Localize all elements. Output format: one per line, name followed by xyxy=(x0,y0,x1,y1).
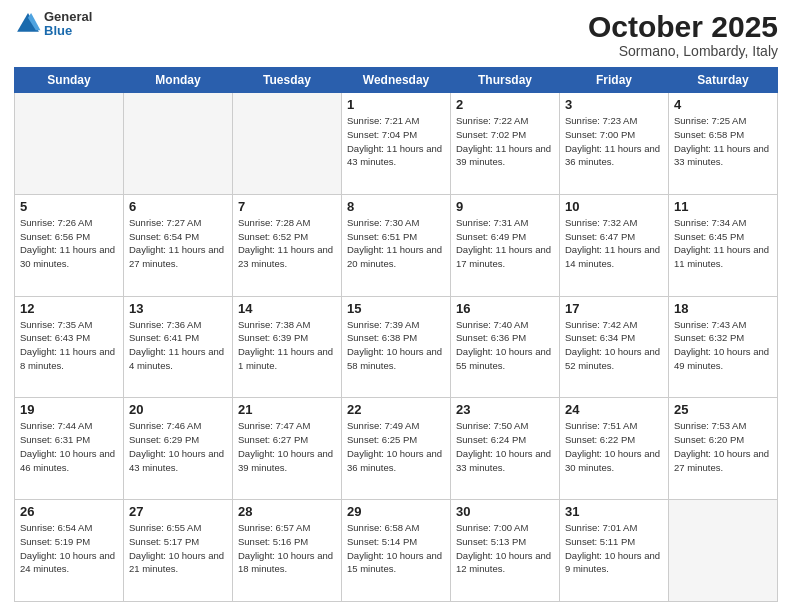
logo-text: General Blue xyxy=(44,10,92,39)
header-friday: Friday xyxy=(560,68,669,93)
day-number: 21 xyxy=(238,402,336,417)
calendar-title: October 2025 xyxy=(588,10,778,43)
day-number: 16 xyxy=(456,301,554,316)
day-info: Sunrise: 7:50 AM Sunset: 6:24 PM Dayligh… xyxy=(456,419,554,474)
day-number: 29 xyxy=(347,504,445,519)
day-info: Sunrise: 7:47 AM Sunset: 6:27 PM Dayligh… xyxy=(238,419,336,474)
day-info: Sunrise: 7:22 AM Sunset: 7:02 PM Dayligh… xyxy=(456,114,554,169)
day-info: Sunrise: 7:39 AM Sunset: 6:38 PM Dayligh… xyxy=(347,318,445,373)
calendar-cell: 25Sunrise: 7:53 AM Sunset: 6:20 PM Dayli… xyxy=(669,398,778,500)
day-number: 5 xyxy=(20,199,118,214)
calendar-cell: 20Sunrise: 7:46 AM Sunset: 6:29 PM Dayli… xyxy=(124,398,233,500)
calendar-cell: 11Sunrise: 7:34 AM Sunset: 6:45 PM Dayli… xyxy=(669,194,778,296)
calendar-cell: 3Sunrise: 7:23 AM Sunset: 7:00 PM Daylig… xyxy=(560,93,669,195)
calendar-cell: 22Sunrise: 7:49 AM Sunset: 6:25 PM Dayli… xyxy=(342,398,451,500)
day-number: 19 xyxy=(20,402,118,417)
calendar-cell xyxy=(233,93,342,195)
day-number: 30 xyxy=(456,504,554,519)
day-number: 13 xyxy=(129,301,227,316)
calendar-cell: 12Sunrise: 7:35 AM Sunset: 6:43 PM Dayli… xyxy=(15,296,124,398)
day-number: 25 xyxy=(674,402,772,417)
day-number: 31 xyxy=(565,504,663,519)
day-info: Sunrise: 7:21 AM Sunset: 7:04 PM Dayligh… xyxy=(347,114,445,169)
calendar-cell: 7Sunrise: 7:28 AM Sunset: 6:52 PM Daylig… xyxy=(233,194,342,296)
day-info: Sunrise: 7:40 AM Sunset: 6:36 PM Dayligh… xyxy=(456,318,554,373)
day-number: 11 xyxy=(674,199,772,214)
calendar-cell xyxy=(124,93,233,195)
day-number: 6 xyxy=(129,199,227,214)
calendar-cell: 29Sunrise: 6:58 AM Sunset: 5:14 PM Dayli… xyxy=(342,500,451,602)
day-number: 28 xyxy=(238,504,336,519)
day-info: Sunrise: 7:31 AM Sunset: 6:49 PM Dayligh… xyxy=(456,216,554,271)
week-row-2: 5Sunrise: 7:26 AM Sunset: 6:56 PM Daylig… xyxy=(15,194,778,296)
day-info: Sunrise: 7:23 AM Sunset: 7:00 PM Dayligh… xyxy=(565,114,663,169)
day-number: 27 xyxy=(129,504,227,519)
day-number: 17 xyxy=(565,301,663,316)
weekday-header-row: Sunday Monday Tuesday Wednesday Thursday… xyxy=(15,68,778,93)
calendar-cell xyxy=(669,500,778,602)
calendar-cell: 17Sunrise: 7:42 AM Sunset: 6:34 PM Dayli… xyxy=(560,296,669,398)
calendar-cell: 19Sunrise: 7:44 AM Sunset: 6:31 PM Dayli… xyxy=(15,398,124,500)
calendar-cell: 14Sunrise: 7:38 AM Sunset: 6:39 PM Dayli… xyxy=(233,296,342,398)
day-number: 14 xyxy=(238,301,336,316)
header-monday: Monday xyxy=(124,68,233,93)
header-tuesday: Tuesday xyxy=(233,68,342,93)
day-info: Sunrise: 7:36 AM Sunset: 6:41 PM Dayligh… xyxy=(129,318,227,373)
logo-icon xyxy=(14,10,42,38)
calendar-cell: 9Sunrise: 7:31 AM Sunset: 6:49 PM Daylig… xyxy=(451,194,560,296)
calendar-cell: 1Sunrise: 7:21 AM Sunset: 7:04 PM Daylig… xyxy=(342,93,451,195)
day-info: Sunrise: 7:51 AM Sunset: 6:22 PM Dayligh… xyxy=(565,419,663,474)
calendar-location: Sormano, Lombardy, Italy xyxy=(588,43,778,59)
day-number: 18 xyxy=(674,301,772,316)
day-info: Sunrise: 7:42 AM Sunset: 6:34 PM Dayligh… xyxy=(565,318,663,373)
day-info: Sunrise: 7:53 AM Sunset: 6:20 PM Dayligh… xyxy=(674,419,772,474)
day-number: 12 xyxy=(20,301,118,316)
day-number: 1 xyxy=(347,97,445,112)
day-number: 3 xyxy=(565,97,663,112)
day-info: Sunrise: 7:35 AM Sunset: 6:43 PM Dayligh… xyxy=(20,318,118,373)
calendar-cell: 30Sunrise: 7:00 AM Sunset: 5:13 PM Dayli… xyxy=(451,500,560,602)
day-number: 15 xyxy=(347,301,445,316)
day-number: 26 xyxy=(20,504,118,519)
week-row-1: 1Sunrise: 7:21 AM Sunset: 7:04 PM Daylig… xyxy=(15,93,778,195)
day-number: 23 xyxy=(456,402,554,417)
day-info: Sunrise: 7:01 AM Sunset: 5:11 PM Dayligh… xyxy=(565,521,663,576)
calendar-cell: 16Sunrise: 7:40 AM Sunset: 6:36 PM Dayli… xyxy=(451,296,560,398)
calendar-cell: 24Sunrise: 7:51 AM Sunset: 6:22 PM Dayli… xyxy=(560,398,669,500)
logo-general-text: General xyxy=(44,10,92,24)
day-info: Sunrise: 7:44 AM Sunset: 6:31 PM Dayligh… xyxy=(20,419,118,474)
calendar-cell: 5Sunrise: 7:26 AM Sunset: 6:56 PM Daylig… xyxy=(15,194,124,296)
day-number: 24 xyxy=(565,402,663,417)
calendar-cell: 21Sunrise: 7:47 AM Sunset: 6:27 PM Dayli… xyxy=(233,398,342,500)
day-info: Sunrise: 7:46 AM Sunset: 6:29 PM Dayligh… xyxy=(129,419,227,474)
header-sunday: Sunday xyxy=(15,68,124,93)
calendar-cell: 28Sunrise: 6:57 AM Sunset: 5:16 PM Dayli… xyxy=(233,500,342,602)
calendar-cell: 15Sunrise: 7:39 AM Sunset: 6:38 PM Dayli… xyxy=(342,296,451,398)
page: General Blue October 2025 Sormano, Lomba… xyxy=(0,0,792,612)
day-info: Sunrise: 7:49 AM Sunset: 6:25 PM Dayligh… xyxy=(347,419,445,474)
day-info: Sunrise: 7:38 AM Sunset: 6:39 PM Dayligh… xyxy=(238,318,336,373)
header-saturday: Saturday xyxy=(669,68,778,93)
logo-blue-text: Blue xyxy=(44,24,92,38)
calendar-cell: 2Sunrise: 7:22 AM Sunset: 7:02 PM Daylig… xyxy=(451,93,560,195)
week-row-5: 26Sunrise: 6:54 AM Sunset: 5:19 PM Dayli… xyxy=(15,500,778,602)
day-number: 7 xyxy=(238,199,336,214)
calendar-cell: 4Sunrise: 7:25 AM Sunset: 6:58 PM Daylig… xyxy=(669,93,778,195)
day-info: Sunrise: 6:58 AM Sunset: 5:14 PM Dayligh… xyxy=(347,521,445,576)
day-info: Sunrise: 7:00 AM Sunset: 5:13 PM Dayligh… xyxy=(456,521,554,576)
calendar-cell: 18Sunrise: 7:43 AM Sunset: 6:32 PM Dayli… xyxy=(669,296,778,398)
day-info: Sunrise: 7:34 AM Sunset: 6:45 PM Dayligh… xyxy=(674,216,772,271)
day-number: 9 xyxy=(456,199,554,214)
title-block: October 2025 Sormano, Lombardy, Italy xyxy=(588,10,778,59)
calendar-cell xyxy=(15,93,124,195)
day-info: Sunrise: 6:57 AM Sunset: 5:16 PM Dayligh… xyxy=(238,521,336,576)
day-number: 22 xyxy=(347,402,445,417)
day-number: 4 xyxy=(674,97,772,112)
calendar-cell: 26Sunrise: 6:54 AM Sunset: 5:19 PM Dayli… xyxy=(15,500,124,602)
day-info: Sunrise: 7:43 AM Sunset: 6:32 PM Dayligh… xyxy=(674,318,772,373)
header-thursday: Thursday xyxy=(451,68,560,93)
calendar-table: Sunday Monday Tuesday Wednesday Thursday… xyxy=(14,67,778,602)
day-info: Sunrise: 6:54 AM Sunset: 5:19 PM Dayligh… xyxy=(20,521,118,576)
week-row-4: 19Sunrise: 7:44 AM Sunset: 6:31 PM Dayli… xyxy=(15,398,778,500)
calendar-cell: 27Sunrise: 6:55 AM Sunset: 5:17 PM Dayli… xyxy=(124,500,233,602)
